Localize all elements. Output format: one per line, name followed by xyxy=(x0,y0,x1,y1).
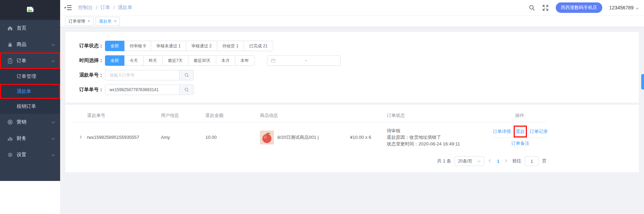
prev-page-icon[interactable] xyxy=(488,159,492,164)
refund-table-card: 退款单号 用户信息 退款金额 商品信息 订单状态 操作 rwx159825895… xyxy=(65,105,639,172)
sidebar-item-label: 财务 xyxy=(17,135,26,142)
status-filter-pending-review[interactable]: 待审核 9 xyxy=(124,41,151,51)
status-text: 待审核 xyxy=(387,127,493,134)
account-name: 123456789 xyxy=(609,5,634,10)
status-filter-review-failed[interactable]: 审核未通过 1 xyxy=(151,41,186,51)
sidebar-item-order-management[interactable]: 订单管理 xyxy=(0,69,60,84)
time-filter-this-year[interactable]: 本年 xyxy=(235,55,254,66)
order-remark-link[interactable]: 订单备注 xyxy=(511,141,529,146)
submenu-item-label: 退款单 xyxy=(17,88,31,95)
breadcrumb-item[interactable]: 订单 xyxy=(100,5,110,11)
sidebar: 首页 商品 订单 xyxy=(0,0,60,214)
sidebar-item-label: 营销 xyxy=(17,119,26,125)
time-filter-yesterday[interactable]: 昨天 xyxy=(143,55,163,66)
time-filter-last7days[interactable]: 最近7天 xyxy=(162,55,188,66)
store-name-button[interactable]: 西西里数码手机店 xyxy=(556,2,602,13)
product-name: 8/20日测试商品001 | xyxy=(277,134,319,141)
close-icon[interactable]: × xyxy=(114,19,116,24)
order-status-filter-row: 订单状态： 全部 待审核 9 审核未通过 1 审核通过 2 待收货 1 已完成 … xyxy=(79,41,632,51)
table-header-row: 退款单号 用户信息 退款金额 商品信息 订单状态 操作 xyxy=(74,109,547,122)
expand-row-icon[interactable] xyxy=(79,135,83,140)
refund-reason: 退款原因：收货地址填错了 xyxy=(387,134,493,141)
clipboard-icon xyxy=(7,58,13,64)
breadcrumb-item[interactable]: 退款单 xyxy=(118,5,132,11)
time-filter-all[interactable]: 全部 xyxy=(105,55,124,66)
fullscreen-icon[interactable] xyxy=(542,5,549,11)
order-no-input[interactable] xyxy=(105,85,180,95)
status-cell: 待审核 退款原因：收货地址填错了 状态变更时间：2020-08-24 16:49… xyxy=(387,127,493,147)
time-filter-last30days[interactable]: 最近30天 xyxy=(188,55,216,66)
submenu-item-label: 订单管理 xyxy=(17,73,36,80)
date-range-picker[interactable]: - xyxy=(267,55,341,66)
breadcrumb-separator: / xyxy=(113,5,115,10)
table-row: rwx159825895155935557 Amy 10.00 8/20日测试商… xyxy=(74,122,547,151)
sidebar-item-label: 商品 xyxy=(17,41,26,48)
wheel-icon xyxy=(7,119,13,125)
order-detail-link[interactable]: 订单详情 xyxy=(493,128,511,135)
sidebar-item-goods[interactable]: 商品 xyxy=(0,36,60,53)
sidebar-panel: 首页 商品 订单 xyxy=(0,0,60,181)
topbar: 控制台 / 订单 / 退款单 西西里数码手机店 xyxy=(60,0,644,16)
tab-refund-orders[interactable]: 退款单 × xyxy=(96,17,120,26)
chevron-down-icon xyxy=(635,6,639,10)
goto-label: 前往 xyxy=(512,158,521,164)
product-cell: 8/20日测试商品001 | ¥10.00 x 6 xyxy=(260,130,387,144)
sidebar-item-finance[interactable]: 财务 xyxy=(0,130,60,146)
sidebar-item-marketing[interactable]: 营销 xyxy=(0,114,60,130)
chevron-down-icon xyxy=(51,120,55,124)
sidebar-item-refund-orders[interactable]: 退款单 xyxy=(0,84,60,99)
next-page-icon[interactable] xyxy=(504,159,509,164)
search-icon xyxy=(184,73,189,78)
sidebar-item-settings[interactable]: 设置 xyxy=(0,146,60,163)
gear-icon xyxy=(7,152,13,158)
bag-icon xyxy=(7,41,13,48)
refund-no-input[interactable] xyxy=(105,70,180,80)
status-filter-all[interactable]: 全部 xyxy=(105,41,124,51)
order-no-filter-row: 订单单号： xyxy=(79,85,632,95)
sidebar-item-writeoff-orders[interactable]: 核销订单 xyxy=(0,99,60,114)
time-filter-this-month[interactable]: 本月 xyxy=(216,55,235,66)
edge-floating-button[interactable] xyxy=(641,74,644,89)
account-menu[interactable]: 123456789 xyxy=(609,5,639,10)
time-filter-row: 时间选择： 全部 今天 昨天 最近7天 最近30天 本月 本年 xyxy=(79,55,632,66)
tab-order-management[interactable]: 订单管理 × xyxy=(65,17,93,26)
logo-bar xyxy=(0,0,60,20)
status-filter-awaiting-receipt[interactable]: 待收货 1 xyxy=(217,41,244,51)
filter-label: 退款单号： xyxy=(79,72,105,78)
tabs-bar: 订单管理 × 退款单 × xyxy=(60,16,644,27)
breadcrumb-item[interactable]: 控制台 xyxy=(78,5,93,11)
order-record-link[interactable]: 订单记录 xyxy=(530,128,548,135)
actions-line1: 订单详情 退款 订单记录 xyxy=(493,128,548,137)
pagination: 共 1 条 20条/页 1 前往 xyxy=(74,156,547,166)
order-no-search-button[interactable] xyxy=(180,85,194,95)
calendar-icon xyxy=(271,58,276,63)
sidebar-item-home[interactable]: 首页 xyxy=(0,20,60,36)
status-filter-completed[interactable]: 已完成 21 xyxy=(244,41,273,51)
search-icon[interactable] xyxy=(529,5,535,11)
pagination-total: 共 1 条 xyxy=(437,158,451,164)
collapse-sidebar-icon[interactable] xyxy=(64,3,73,12)
chevron-down-icon xyxy=(51,153,55,157)
actions-line2: 订单备注 xyxy=(493,137,548,146)
status-filter-review-passed[interactable]: 审核通过 2 xyxy=(186,41,217,51)
close-icon[interactable]: × xyxy=(88,19,90,24)
refund-no-search-button[interactable] xyxy=(180,70,194,80)
refund-no-filter-row: 退款单号： xyxy=(79,70,632,80)
column-header-amount: 退款金额 xyxy=(205,112,260,119)
filter-label: 时间选择： xyxy=(79,57,105,64)
time-button-group: 全部 今天 昨天 最近7天 最近30天 本月 本年 xyxy=(105,55,254,66)
sidebar-menu: 首页 商品 订单 xyxy=(0,20,60,163)
goto-page-input[interactable] xyxy=(525,156,539,166)
time-filter-today[interactable]: 今天 xyxy=(124,55,144,66)
refund-link[interactable]: 退款 xyxy=(516,128,525,135)
product-thumbnail xyxy=(260,130,274,144)
sidebar-item-orders[interactable]: 订单 xyxy=(0,53,60,69)
tab-label: 订单管理 xyxy=(68,18,85,24)
page-size-select[interactable]: 20条/页 xyxy=(455,156,484,166)
column-header-product: 商品信息 xyxy=(260,112,387,119)
breadcrumb-separator: / xyxy=(96,5,97,10)
order-no-input-group xyxy=(105,85,194,95)
page-number[interactable]: 1 xyxy=(496,159,500,164)
product-price: ¥10.00 x 6 xyxy=(350,135,387,140)
breadcrumb: 控制台 / 订单 / 退款单 xyxy=(78,5,132,11)
